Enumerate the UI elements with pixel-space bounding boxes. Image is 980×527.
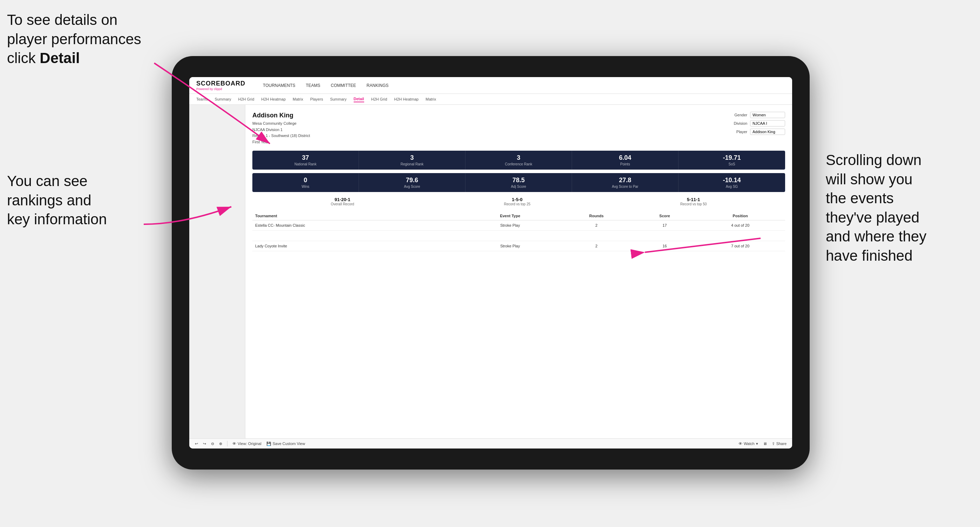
stat-sos-value: -19.71 bbox=[681, 154, 782, 162]
stat-adj-score: 78.5 Adj Score bbox=[466, 173, 572, 192]
record-top25: 1-5-0 Record vs top 25 bbox=[504, 197, 531, 206]
record-overall-label: Overall Record bbox=[331, 202, 354, 206]
division-select[interactable]: NJCAA I bbox=[750, 120, 785, 127]
nav-rankings[interactable]: RANKINGS bbox=[367, 82, 389, 89]
toolbar-separator1 bbox=[227, 441, 228, 446]
cell-rounds-1: 2 bbox=[559, 221, 634, 230]
stat-conference-rank: 3 Conference Rank bbox=[466, 151, 572, 170]
player-division: NJCAA Division 1 bbox=[252, 127, 310, 133]
screen-button[interactable]: 🖥 bbox=[763, 441, 767, 446]
subnav-matrix2[interactable]: Matrix bbox=[425, 96, 436, 102]
player-name: Addison King bbox=[252, 112, 310, 119]
stat-conference-rank-label: Conference Rank bbox=[468, 162, 569, 166]
stat-avg-score-value: 79.6 bbox=[362, 176, 462, 184]
cell-empty bbox=[252, 230, 461, 241]
sidebar bbox=[189, 105, 245, 438]
stat-wins: 0 Wins bbox=[252, 173, 359, 192]
stat-regional-rank: 3 Regional Rank bbox=[359, 151, 466, 170]
view-original-button[interactable]: 👁 View: Original bbox=[232, 441, 261, 446]
watch-button[interactable]: 👁 Watch ▾ bbox=[738, 441, 758, 446]
player-select[interactable]: Addison King bbox=[750, 129, 785, 135]
table-row: Estella CC- Mountain Classic Stroke Play… bbox=[252, 221, 785, 230]
cell-empty bbox=[634, 230, 695, 241]
subnav-players[interactable]: Players bbox=[310, 96, 323, 102]
zoom-in-button[interactable]: ⊕ bbox=[219, 441, 222, 446]
nav-committee[interactable]: COMMITTEE bbox=[331, 82, 356, 89]
cell-empty bbox=[559, 230, 634, 241]
nav-tournaments[interactable]: TOURNAMENTS bbox=[263, 82, 295, 89]
zoom-out-button[interactable]: ⊖ bbox=[211, 441, 214, 446]
subnav-h2h-heatmap2[interactable]: H2H Heatmap bbox=[394, 96, 419, 102]
player-filters: Gender Women Division NJCAA I bbox=[733, 112, 785, 145]
division-label: Division bbox=[733, 121, 747, 125]
annotation-right: Scrolling down will show you the events … bbox=[826, 151, 973, 266]
logo-area: SCOREBOARD Powered by clippd bbox=[196, 80, 245, 91]
stat-points-label: Points bbox=[575, 162, 675, 166]
redo-button[interactable]: ↪ bbox=[203, 441, 206, 446]
stat-avg-score-par: 27.8 Avg Score to Par bbox=[572, 173, 679, 192]
cell-position-3: 7 out of 20 bbox=[695, 241, 785, 251]
share-button[interactable]: ⇪ Share bbox=[772, 441, 786, 446]
stat-national-rank-label: National Rank bbox=[255, 162, 356, 166]
table-row: Lady Coyote Invite Stroke Play 2 16 7 ou… bbox=[252, 241, 785, 251]
stats-row2: 0 Wins 79.6 Avg Score 78.5 Adj Score 2 bbox=[252, 173, 785, 192]
tournament-table: Tournament Event Type Rounds Score Posit… bbox=[252, 212, 785, 251]
record-top25-label: Record vs top 25 bbox=[504, 202, 531, 206]
subnav-h2h-heatmap[interactable]: H2H Heatmap bbox=[261, 96, 286, 102]
stat-avg-score-label: Avg Score bbox=[362, 185, 462, 189]
main-content: Addison King Mesa Community College NJCA… bbox=[189, 105, 792, 438]
player-year: First Year bbox=[252, 139, 310, 145]
stat-conference-rank-value: 3 bbox=[468, 154, 569, 162]
stat-avg-score: 79.6 Avg Score bbox=[359, 173, 466, 192]
stat-national-rank: 37 National Rank bbox=[252, 151, 359, 170]
stats-row1: 37 National Rank 3 Regional Rank 3 Confe… bbox=[252, 151, 785, 170]
stat-avg-sg-value: -10.14 bbox=[681, 176, 782, 184]
division-filter-row: Division NJCAA I bbox=[733, 120, 785, 127]
record-top25-value: 1-5-0 bbox=[504, 197, 531, 202]
stat-sos-label: SoS bbox=[681, 162, 782, 166]
subnav-teams[interactable]: Teams bbox=[196, 96, 207, 102]
cell-tournament-3: Lady Coyote Invite bbox=[252, 241, 461, 251]
records-row: 91-20-1 Overall Record 1-5-0 Record vs t… bbox=[252, 197, 785, 206]
gender-select[interactable]: Women bbox=[750, 112, 785, 118]
cell-score-3: 16 bbox=[634, 241, 695, 251]
content-area: Addison King Mesa Community College NJCA… bbox=[245, 105, 792, 438]
player-region: Region 1 - Southwest (18) District bbox=[252, 133, 310, 139]
record-overall-value: 91-20-1 bbox=[331, 197, 354, 202]
stat-regional-rank-label: Regional Rank bbox=[362, 162, 462, 166]
player-label: Player bbox=[737, 130, 747, 134]
subnav-summary2[interactable]: Summary bbox=[330, 96, 347, 102]
record-top50-label: Record vs top 50 bbox=[680, 202, 707, 206]
subnav-h2h-grid[interactable]: H2H Grid bbox=[238, 96, 254, 102]
stat-adj-score-value: 78.5 bbox=[468, 176, 569, 184]
logo-scoreboard: SCOREBOARD bbox=[196, 80, 245, 87]
stat-points: 6.04 Points bbox=[572, 151, 679, 170]
subnav-detail[interactable]: Detail bbox=[354, 96, 364, 102]
bottom-toolbar: ↩ ↪ ⊖ ⊕ 👁 View: Original 💾 Save Custom V… bbox=[189, 438, 792, 449]
annotation-bottom-left: You can see rankings and key information bbox=[7, 172, 140, 229]
cell-position-1: 4 out of 20 bbox=[695, 221, 785, 230]
stat-adj-score-label: Adj Score bbox=[468, 185, 569, 189]
tablet-screen: SCOREBOARD Powered by clippd TOURNAMENTS… bbox=[189, 77, 792, 449]
subnav-h2h-grid2[interactable]: H2H Grid bbox=[371, 96, 387, 102]
stat-points-value: 6.04 bbox=[575, 154, 675, 162]
undo-button[interactable]: ↩ bbox=[195, 441, 198, 446]
stat-regional-rank-value: 3 bbox=[362, 154, 462, 162]
save-custom-button[interactable]: 💾 Save Custom View bbox=[266, 441, 305, 446]
cell-score-1: 17 bbox=[634, 221, 695, 230]
nav-teams[interactable]: TEAMS bbox=[305, 82, 320, 89]
player-header: Addison King Mesa Community College NJCA… bbox=[252, 112, 785, 145]
subnav-summary[interactable]: Summary bbox=[215, 96, 231, 102]
tablet-device: SCOREBOARD Powered by clippd TOURNAMENTS… bbox=[172, 56, 810, 470]
stat-avg-sg: -10.14 Avg SG bbox=[679, 173, 785, 192]
cell-tournament-1: Estella CC- Mountain Classic bbox=[252, 221, 461, 230]
cell-empty bbox=[695, 230, 785, 241]
col-event-type: Event Type bbox=[461, 212, 559, 221]
top-nav: SCOREBOARD Powered by clippd TOURNAMENTS… bbox=[189, 77, 792, 94]
table-row bbox=[252, 230, 785, 241]
app-container: SCOREBOARD Powered by clippd TOURNAMENTS… bbox=[189, 77, 792, 449]
stat-sos: -19.71 SoS bbox=[679, 151, 785, 170]
stat-wins-value: 0 bbox=[255, 176, 356, 184]
subnav-matrix[interactable]: Matrix bbox=[293, 96, 303, 102]
cell-event-type-1: Stroke Play bbox=[461, 221, 559, 230]
